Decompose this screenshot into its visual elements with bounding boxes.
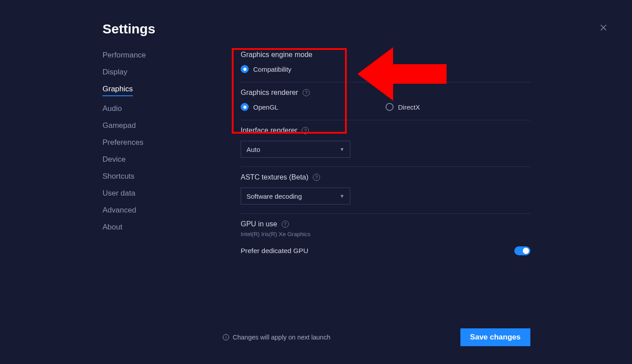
help-icon[interactable]: ? — [313, 174, 320, 181]
radio-compatibility[interactable]: Compatibility — [241, 65, 386, 73]
section-graphics-renderer: Graphics renderer ? OpenGL DirectX — [241, 82, 530, 120]
help-icon[interactable]: ? — [302, 127, 309, 134]
sidebar-item-display[interactable]: Display — [103, 68, 127, 77]
sidebar-item-device[interactable]: Device — [103, 155, 126, 164]
radio-opengl[interactable]: OpenGL — [241, 103, 386, 111]
section-engine-mode: Graphics engine mode Compatibility Perfo… — [241, 51, 530, 82]
prefer-dedicated-toggle[interactable] — [514, 246, 530, 255]
footer-note: i Changes will apply on next launch — [223, 334, 330, 341]
select-value: Auto — [246, 146, 260, 153]
info-icon: i — [223, 334, 229, 340]
astc-label: ASTC textures (Beta) ? — [241, 173, 530, 181]
engine-mode-label: Graphics engine mode — [241, 51, 530, 59]
radio-label: OpenGL — [253, 103, 279, 111]
gpu-name: Intel(R) Iris(R) Xe Graphics — [241, 231, 530, 237]
sidebar-item-performance[interactable]: Performance — [103, 51, 146, 60]
chevron-down-icon: ▼ — [340, 193, 345, 199]
astc-select[interactable]: Software decoding ▼ — [241, 188, 350, 204]
radio-label: Performance — [398, 65, 436, 73]
section-interface-renderer: Interface renderer ? Auto ▼ — [241, 120, 530, 167]
radio-label: Compatibility — [253, 65, 291, 73]
sidebar-item-shortcuts[interactable]: Shortcuts — [103, 172, 135, 181]
page-title: Settings — [103, 21, 632, 37]
sidebar-item-advanced[interactable]: Advanced — [103, 206, 136, 215]
settings-content: Graphics engine mode Compatibility Perfo… — [241, 51, 530, 264]
help-icon[interactable]: ? — [282, 221, 289, 228]
section-astc: ASTC textures (Beta) ? Software decoding… — [241, 167, 530, 214]
settings-sidebar: Performance Display Graphics Audio Gamep… — [103, 51, 169, 264]
chevron-down-icon: ▼ — [340, 147, 345, 152]
gpu-label: GPU in use ? — [241, 220, 530, 228]
close-icon — [599, 24, 607, 32]
radio-label: DirectX — [398, 103, 420, 111]
prefer-dedicated-label: Prefer dedicated GPU — [241, 247, 308, 255]
radio-directx[interactable]: DirectX — [386, 103, 530, 111]
radio-icon — [386, 65, 394, 73]
radio-icon — [386, 103, 394, 111]
interface-renderer-select[interactable]: Auto ▼ — [241, 141, 350, 158]
sidebar-item-audio[interactable]: Audio — [103, 104, 122, 113]
help-icon[interactable]: ? — [303, 89, 310, 96]
radio-icon — [241, 65, 249, 73]
radio-icon — [241, 103, 249, 111]
interface-renderer-label: Interface renderer ? — [241, 127, 530, 135]
graphics-renderer-label: Graphics renderer ? — [241, 89, 530, 97]
sidebar-item-about[interactable]: About — [103, 223, 122, 232]
sidebar-item-userdata[interactable]: User data — [103, 189, 135, 198]
select-value: Software decoding — [246, 192, 302, 200]
sidebar-item-graphics[interactable]: Graphics — [103, 85, 133, 96]
sidebar-item-preferences[interactable]: Preferences — [103, 138, 144, 147]
close-button[interactable] — [597, 21, 610, 34]
footer: i Changes will apply on next launch Save… — [223, 328, 530, 346]
section-gpu: GPU in use ? Intel(R) Iris(R) Xe Graphic… — [241, 214, 530, 264]
save-changes-button[interactable]: Save changes — [460, 328, 530, 346]
radio-performance[interactable]: Performance — [386, 65, 530, 73]
sidebar-item-gamepad[interactable]: Gamepad — [103, 121, 136, 130]
